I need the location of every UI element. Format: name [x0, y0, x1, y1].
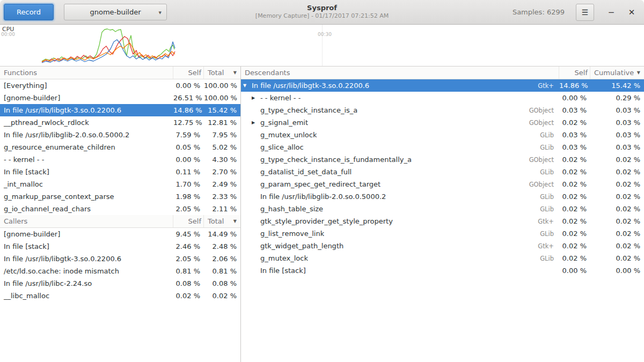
self-percent: 0.02 % [559, 205, 590, 213]
table-row[interactable]: - - kernel - - 0.00 % 4.30 % [0, 153, 240, 166]
function-name: In file /usr/lib/libgtk-3.so.0.2200.6 [0, 255, 173, 263]
function-name: __pthread_rwlock_rdlock [0, 119, 173, 127]
minimize-button[interactable]: − [604, 5, 618, 19]
function-name: __libc_malloc [0, 292, 173, 300]
table-row[interactable]: g_mutex_unlock GLib 0.03 % 0.03 % [241, 129, 644, 141]
self-percent: 12.75 % [173, 119, 204, 127]
capture-subtitle: [Memory Capture] - 01/17/2017 07:21:52 A… [255, 12, 389, 20]
cumulative-percent: 0.02 % [590, 180, 644, 188]
table-row[interactable]: __pthread_rwlock_rdlock 12.75 % 12.81 % [0, 116, 240, 129]
column-cumulative[interactable]: Cumulative ▼ [590, 67, 644, 79]
function-name: g_io_channel_read_chars [0, 205, 173, 213]
column-self[interactable]: Self [173, 67, 204, 79]
table-row[interactable]: g_resource_enumerate_children 0.05 % 5.0… [0, 141, 240, 153]
cumulative-percent: 0.03 % [590, 119, 644, 127]
column-descendants[interactable]: Descendants [241, 67, 559, 79]
library-category-badge: GObject [529, 107, 559, 114]
close-icon: ✕ [628, 8, 635, 17]
table-row[interactable]: g_type_check_instance_is_fundamentally_a… [241, 153, 644, 166]
table-row[interactable]: ▶ - - kernel - - 0.00 % 0.29 % [241, 92, 644, 104]
table-row[interactable]: In file /usr/lib/libgtk-3.so.0.2200.6 2.… [0, 253, 240, 265]
record-button[interactable]: Record [4, 4, 54, 20]
total-percent: 2.70 % [204, 168, 240, 176]
cumulative-percent: 0.29 % [590, 94, 644, 102]
close-button[interactable]: ✕ [625, 5, 639, 19]
table-row[interactable]: [gnome-builder] 26.51 % 100.00 % [0, 92, 240, 104]
total-percent: 2.49 % [204, 180, 240, 188]
function-name: In file /usr/lib/libgtk-3.so.0.2200.6 [0, 106, 173, 114]
column-functions[interactable]: Functions [0, 67, 173, 79]
column-self[interactable]: Self [173, 215, 204, 227]
time-tick-mid: 00:30 [318, 32, 332, 37]
table-row[interactable]: In file /usr/lib/libglib-2.0.so.0.5000.2… [0, 129, 240, 141]
samples-count: Samples: 6299 [513, 8, 565, 16]
table-row[interactable]: g_slice_alloc GLib 0.03 % 0.03 % [241, 141, 644, 153]
table-row[interactable]: g_hash_table_size GLib 0.02 % 0.02 % [241, 203, 644, 215]
table-row[interactable]: g_list_remove_link GLib 0.02 % 0.02 % [241, 227, 644, 240]
library-category-badge: GLib [540, 230, 559, 238]
function-name: In file [stack] [260, 267, 306, 275]
self-percent: 0.05 % [173, 143, 204, 151]
table-row[interactable]: gtk_style_provider_get_style_property Gt… [241, 215, 644, 227]
table-row[interactable]: In file /usr/lib/libglib-2.0.so.0.5000.2… [241, 190, 644, 203]
column-self[interactable]: Self [559, 67, 590, 79]
table-row[interactable]: g_mutex_lock GLib 0.02 % 0.02 % [241, 252, 644, 264]
total-percent: 0.81 % [204, 267, 240, 275]
table-row[interactable]: _int_malloc 1.70 % 2.49 % [0, 178, 240, 190]
table-row[interactable]: In file /usr/lib/libc-2.24.so 0.08 % 0.0… [0, 277, 240, 290]
main-content: Functions Self Total ▼ [Everything] 0.00… [0, 67, 644, 362]
function-name: [gnome-builder] [0, 230, 173, 238]
cpu-graph[interactable]: CPU 00:00 00:30 [0, 25, 644, 67]
total-percent: 2.33 % [204, 193, 240, 201]
menu-button[interactable]: ☰ [576, 4, 594, 21]
function-name: gtk_style_provider_get_style_property [260, 217, 393, 225]
function-name: /etc/ld.so.cache: inode mismatch [0, 267, 173, 275]
library-category-badge: Gtk+ [538, 242, 559, 250]
left-panel: Functions Self Total ▼ [Everything] 0.00… [0, 67, 241, 362]
self-percent: 0.81 % [173, 267, 204, 275]
expander-icon[interactable]: ▶ [252, 95, 260, 100]
table-row[interactable]: [Everything] 0.00 % 100.00 % [0, 79, 240, 92]
table-row[interactable]: In file [stack] 0.00 % 0.00 % [241, 264, 644, 277]
table-row[interactable]: g_type_check_instance_is_a GObject 0.03 … [241, 104, 644, 116]
table-row[interactable]: __libc_malloc 0.02 % 0.02 % [0, 290, 240, 302]
library-category-badge: GLib [540, 193, 559, 201]
table-row[interactable]: gtk_widget_path_length Gtk+ 0.02 % 0.02 … [241, 240, 644, 252]
table-row[interactable]: g_markup_parse_context_parse 1.98 % 2.33… [0, 190, 240, 203]
table-row[interactable]: [gnome-builder] 9.45 % 14.49 % [0, 228, 240, 240]
function-name: In file /usr/lib/libglib-2.0.so.0.5000.2 [0, 131, 173, 139]
function-name: In file /usr/lib/libc-2.24.so [0, 279, 173, 287]
cumulative-percent: 0.02 % [590, 217, 644, 225]
table-row[interactable]: /etc/ld.so.cache: inode mismatch 0.81 % … [0, 265, 240, 277]
table-row[interactable]: ▶ g_signal_emit GObject 0.02 % 0.03 % [241, 116, 644, 129]
total-percent: 4.30 % [204, 156, 240, 164]
column-callers[interactable]: Callers [0, 215, 173, 227]
column-total[interactable]: Total ▼ [204, 215, 240, 227]
library-category-badge: GLib [540, 205, 559, 213]
function-name: In file [stack] [0, 168, 173, 176]
table-row[interactable]: In file [stack] 2.46 % 2.48 % [0, 240, 240, 253]
function-name: In file [stack] [0, 242, 173, 250]
process-selector-dropdown[interactable]: gnome-builder ▼ [64, 4, 167, 20]
table-row[interactable]: g_datalist_id_set_data_full GLib 0.02 % … [241, 166, 644, 178]
column-total[interactable]: Total ▼ [204, 67, 240, 79]
expander-icon[interactable]: ▼ [243, 83, 252, 88]
self-percent: 0.02 % [559, 156, 590, 164]
expander-icon[interactable]: ▶ [252, 120, 260, 125]
function-name: g_type_check_instance_is_fundamentally_a [260, 156, 412, 164]
table-row[interactable]: ▼ In file /usr/lib/libgtk-3.so.0.2200.6 … [241, 79, 644, 92]
table-row[interactable]: In file [stack] 0.11 % 2.70 % [0, 166, 240, 178]
column-cumulative-label: Cumulative [594, 69, 634, 77]
function-name: _int_malloc [0, 180, 173, 188]
table-row[interactable]: g_param_spec_get_redirect_target GObject… [241, 178, 644, 190]
total-percent: 15.42 % [204, 106, 240, 114]
cumulative-percent: 0.02 % [590, 156, 644, 164]
function-name: g_type_check_instance_is_a [260, 106, 357, 114]
self-percent: 0.02 % [559, 217, 590, 225]
table-row[interactable]: In file /usr/lib/libgtk-3.so.0.2200.6 14… [0, 104, 240, 116]
self-percent: 1.98 % [173, 193, 204, 201]
total-percent: 12.81 % [204, 119, 240, 127]
callers-table-header: Callers Self Total ▼ [0, 215, 240, 228]
table-row[interactable]: g_io_channel_read_chars 2.05 % 2.11 % [0, 203, 240, 215]
function-name: g_markup_parse_context_parse [0, 193, 173, 201]
